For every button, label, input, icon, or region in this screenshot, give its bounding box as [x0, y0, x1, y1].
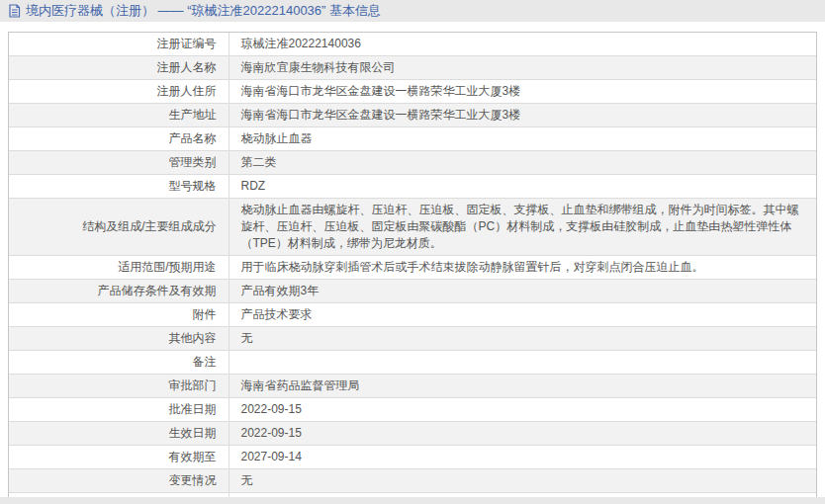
row-value-text: 用于临床桡动脉穿刺插管术后或手术结束拔除动静脉留置针后，对穿刺点闭合压迫止血。 — [241, 260, 704, 274]
row-label: 型号规格 — [9, 175, 229, 199]
document-icon — [8, 4, 21, 18]
row-label: 注册人住所 — [9, 80, 229, 104]
row-label: 生效日期 — [9, 422, 229, 446]
row-label: 审批部门 — [9, 375, 229, 398]
row-value: 2022-09-15 — [229, 422, 816, 446]
row-label: 注册证编号 — [9, 33, 229, 56]
info-table-body: 注册证编号琼械注准20222140036注册人名称海南欣宜康生物科技有限公司注册… — [9, 33, 816, 504]
row-label: 备注 — [9, 351, 229, 375]
row-label-text: 注册人名称 — [157, 60, 217, 74]
row-value: 2027-09-14 — [229, 446, 816, 469]
row-label: 生产地址 — [9, 104, 229, 127]
row-value-text: 海南省海口市龙华区金盘建设一横路荣华工业大厦3楼 — [241, 108, 521, 122]
row-label-text: 有效期至 — [169, 450, 217, 463]
table-row: 适用范围/预期用途用于临床桡动脉穿刺插管术后或手术结束拔除动静脉留置针后，对穿刺… — [9, 256, 816, 280]
row-label: 变更情况 — [9, 469, 229, 493]
row-value: RDZ — [229, 175, 816, 199]
row-label: 管理类别 — [9, 151, 229, 175]
row-label-text: 变更情况 — [169, 473, 217, 487]
registration-info-table: 注册证编号琼械注准20222140036注册人名称海南欣宜康生物科技有限公司注册… — [8, 32, 817, 504]
table-row: 生效日期2022-09-15 — [9, 422, 816, 446]
row-value — [229, 351, 816, 375]
row-value: 产品有效期3年 — [229, 280, 816, 303]
row-value-text: 桡动脉止血器由螺旋杆、压迫杆、压迫板、固定板、支撑板、止血垫和绑带组成，附件为时… — [241, 203, 799, 250]
table-row: 备注 — [9, 351, 816, 375]
row-value: 2022-09-15 — [229, 398, 816, 422]
row-value: 海南省药品监督管理局 — [229, 375, 816, 398]
row-value-text: 琼械注准20222140036 — [241, 37, 361, 50]
row-value: 海南省海口市龙华区金盘建设一横路荣华工业大厦3楼 — [229, 104, 816, 127]
table-row: 变更情况无 — [9, 469, 816, 493]
row-value-text: 无 — [241, 331, 253, 345]
row-label: 产品储存条件及有效期 — [9, 280, 229, 303]
row-value-text: 无 — [241, 473, 253, 487]
row-value-text: 2027-09-14 — [241, 450, 302, 463]
row-label-text: 生产地址 — [169, 108, 217, 122]
table-row: 型号规格RDZ — [9, 175, 816, 199]
table-row: 产品名称桡动脉止血器 — [9, 127, 816, 151]
row-label: 有效期至 — [9, 446, 229, 469]
table-row: 结构及组成/主要组成成分桡动脉止血器由螺旋杆、压迫杆、压迫板、固定板、支撑板、止… — [9, 199, 816, 256]
row-label: 产品名称 — [9, 127, 229, 151]
table-row: 注册证编号琼械注准20222140036 — [9, 33, 816, 56]
table-row: 其他内容无 — [9, 327, 816, 351]
row-label-text: 适用范围/预期用途 — [118, 260, 216, 274]
footer-bar — [0, 497, 825, 504]
row-value-text: 第二类 — [241, 155, 277, 169]
row-label: 注册人名称 — [9, 56, 229, 80]
row-value: 海南欣宜康生物科技有限公司 — [229, 56, 816, 80]
row-label-text: 其他内容 — [169, 331, 217, 345]
row-label: 适用范围/预期用途 — [9, 256, 229, 280]
row-value: 无 — [229, 327, 816, 351]
row-label-text: 注册证编号 — [157, 37, 217, 50]
row-value: 无 — [229, 469, 816, 493]
row-value: 用于临床桡动脉穿刺插管术后或手术结束拔除动静脉留置针后，对穿刺点闭合压迫止血。 — [229, 256, 816, 280]
row-value-text: 2022-09-15 — [241, 402, 302, 416]
table-row: 有效期至2027-09-14 — [9, 446, 816, 469]
row-value-text: 海南省药品监督管理局 — [241, 378, 360, 392]
row-value: 桡动脉止血器由螺旋杆、压迫杆、压迫板、固定板、支撑板、止血垫和绑带组成，附件为时… — [229, 199, 816, 256]
row-label-text: 审批部门 — [169, 378, 217, 392]
row-label-text: 管理类别 — [169, 155, 217, 169]
table-row: 注册人住所海南省海口市龙华区金盘建设一横路荣华工业大厦3楼 — [9, 80, 816, 104]
row-value-text: 海南省海口市龙华区金盘建设一横路荣华工业大厦3楼 — [241, 84, 521, 98]
row-label-text: 备注 — [193, 355, 217, 369]
row-label-text: 注册人住所 — [157, 84, 217, 98]
table-row: 审批部门海南省药品监督管理局 — [9, 375, 816, 398]
row-label: 其他内容 — [9, 327, 229, 351]
row-label-text: 生效日期 — [169, 426, 217, 440]
row-label-text: 产品名称 — [169, 131, 217, 145]
row-label-text: 型号规格 — [169, 179, 217, 193]
table-row: 生产地址海南省海口市龙华区金盘建设一横路荣华工业大厦3楼 — [9, 104, 816, 127]
row-value-text: 海南欣宜康生物科技有限公司 — [241, 60, 396, 74]
table-row: 批准日期2022-09-15 — [9, 398, 816, 422]
row-label-text: 结构及组成/主要组成成分 — [82, 219, 216, 233]
row-value-text: RDZ — [241, 179, 266, 193]
table-row: 管理类别第二类 — [9, 151, 816, 175]
page-title: 境内医疗器械（注册） —— “琼械注准20222140036” 基本信息 — [26, 2, 381, 20]
row-label: 结构及组成/主要组成成分 — [9, 199, 229, 256]
row-value-text: 产品有效期3年 — [241, 284, 320, 297]
row-value: 海南省海口市龙华区金盘建设一横路荣华工业大厦3楼 — [229, 80, 816, 104]
row-value-text: 2022-09-15 — [241, 426, 302, 440]
row-value-text: 产品技术要求 — [241, 307, 313, 321]
row-value-text: 桡动脉止血器 — [241, 131, 313, 145]
row-label: 批准日期 — [9, 398, 229, 422]
row-label-text: 产品储存条件及有效期 — [98, 284, 217, 297]
table-row: 附件产品技术要求 — [9, 303, 816, 327]
row-value: 第二类 — [229, 151, 816, 175]
row-label-text: 批准日期 — [169, 402, 217, 416]
page-header-bar: 境内医疗器械（注册） —— “琼械注准20222140036” 基本信息 — [0, 0, 825, 22]
table-row: 注册人名称海南欣宜康生物科技有限公司 — [9, 56, 816, 80]
table-row: 产品储存条件及有效期产品有效期3年 — [9, 280, 816, 303]
row-label: 附件 — [9, 303, 229, 327]
row-value: 桡动脉止血器 — [229, 127, 816, 151]
row-label-text: 附件 — [193, 307, 217, 321]
row-value: 产品技术要求 — [229, 303, 816, 327]
row-value: 琼械注准20222140036 — [229, 33, 816, 56]
